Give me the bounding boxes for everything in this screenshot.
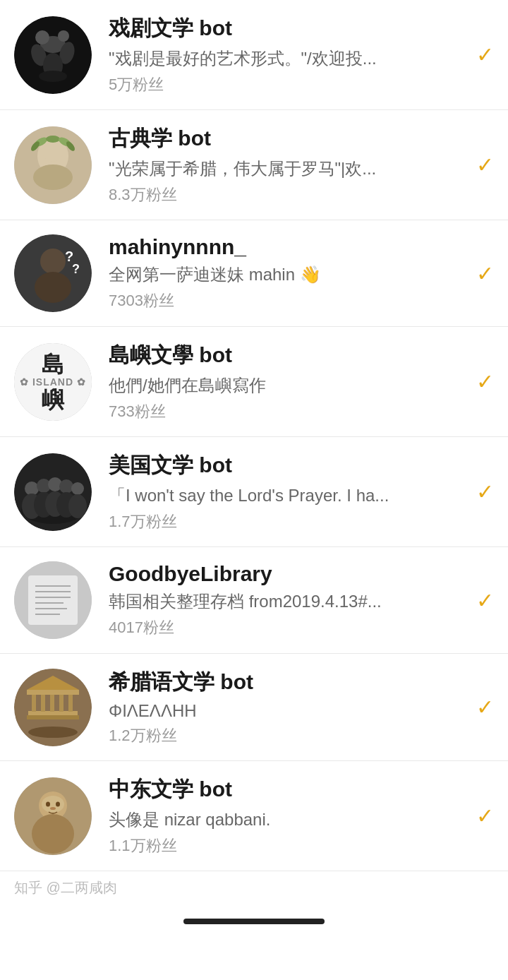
svg-text:?: ? [72, 262, 80, 276]
account-desc: ΦΙΛΕΛΛΗΗ [109, 701, 459, 721]
list-item-drama[interactable]: 戏剧文学 bot"戏剧是最好的艺术形式。"/欢迎投...5万粉丝✓ [0, 0, 508, 110]
item-content-classical: 古典学 bot"光荣属于希腊，伟大属于罗马"|欢...8.3万粉丝 [109, 124, 459, 205]
svg-rect-46 [50, 693, 54, 712]
follow-check-icon[interactable]: ✓ [466, 479, 494, 504]
account-desc: 他們/她們在島嶼寫作 [109, 374, 459, 397]
list-item-classical[interactable]: 古典学 bot"光荣属于希腊，伟大属于罗马"|欢...8.3万粉丝✓ [0, 110, 508, 220]
follow-check-icon[interactable]: ✓ [466, 42, 494, 67]
svg-point-33 [68, 494, 87, 518]
svg-point-27 [71, 482, 84, 495]
follow-check-icon[interactable]: ✓ [466, 588, 494, 613]
list-item-mahin[interactable]: ? ? mahinynnnn_全网第一萨迪迷妹 mahin 👋7303粉丝✓ [0, 220, 508, 327]
account-desc: 头像是 nizar qabbani. [109, 808, 459, 831]
svg-rect-49 [27, 690, 79, 695]
follow-check-icon[interactable]: ✓ [466, 153, 494, 177]
account-name: 美国文学 bot [109, 451, 459, 480]
svg-point-55 [32, 814, 74, 854]
item-content-mahin: mahinynnnn_全网第一萨迪迷妹 mahin 👋7303粉丝 [109, 235, 459, 311]
item-content-middleeast: 中东文学 bot头像是 nizar qabbani.1.1万粉丝 [109, 775, 459, 856]
follow-check-icon[interactable]: ✓ [466, 369, 494, 394]
list-item-american[interactable]: 美国文学 bot「I won't say the Lord's Prayer. … [0, 437, 508, 547]
svg-rect-45 [41, 693, 45, 712]
follow-check-icon[interactable]: ✓ [466, 261, 494, 286]
svg-rect-48 [68, 693, 73, 712]
svg-rect-44 [32, 693, 36, 712]
item-content-goodbye: GoodbyeLibrary韩国相关整理存档 from2019.4.13#...… [109, 562, 459, 638]
account-name: 古典学 bot [109, 124, 459, 153]
account-desc: "光荣属于希腊，伟大属于罗马"|欢... [109, 157, 459, 180]
account-desc: 「I won't say the Lord's Prayer. I ha... [109, 484, 459, 507]
account-fans: 5万粉丝 [109, 74, 459, 95]
avatar-drama [14, 16, 92, 94]
svg-rect-35 [28, 575, 78, 625]
svg-point-13 [46, 136, 60, 143]
avatar-goodbye [14, 561, 92, 639]
svg-point-7 [39, 71, 67, 82]
svg-point-26 [59, 479, 73, 494]
svg-point-52 [28, 727, 78, 738]
svg-point-18 [40, 249, 66, 274]
home-bar [183, 919, 325, 924]
svg-point-6 [58, 30, 69, 42]
svg-point-5 [35, 30, 49, 44]
account-fans: 4017粉丝 [109, 617, 459, 638]
account-name: 島嶼文學 bot [109, 341, 459, 370]
svg-point-11 [42, 141, 64, 162]
account-name: mahinynnnn_ [109, 235, 459, 259]
svg-point-59 [50, 807, 56, 810]
account-list: 戏剧文学 bot"戏剧是最好的艺术形式。"/欢迎投...5万粉丝✓ 古典学 bo… [0, 0, 508, 871]
follow-check-icon[interactable]: ✓ [466, 803, 494, 828]
account-name: 戏剧文学 bot [109, 14, 459, 43]
account-fans: 8.3万粉丝 [109, 184, 459, 205]
home-indicator [0, 909, 508, 930]
list-item-greek[interactable]: 希腊语文学 botΦΙΛΕΛΛΗΗ1.2万粉丝✓ [0, 654, 508, 761]
avatar-greek [14, 669, 92, 746]
account-desc: 韩国相关整理存档 from2019.4.13#... [109, 590, 459, 613]
svg-rect-47 [59, 693, 64, 712]
avatar-mahin: ? ? [14, 234, 92, 312]
avatar-classical [14, 126, 92, 204]
account-fans: 1.7万粉丝 [109, 511, 459, 532]
item-content-drama: 戏剧文学 bot"戏剧是最好的艺术形式。"/欢迎投...5万粉丝 [109, 14, 459, 95]
svg-point-57 [46, 801, 50, 806]
watermark: 知乎 @二两咸肉 [14, 878, 117, 897]
avatar-american [14, 453, 92, 531]
account-name: 希腊语文学 bot [109, 668, 459, 697]
avatar-island: 島 ✿ ISLAND ✿ 嶼 [14, 343, 92, 421]
list-item-middleeast[interactable]: 中东文学 bot头像是 nizar qabbani.1.1万粉丝✓ [0, 761, 508, 871]
account-desc: 全网第一萨迪迷妹 mahin 👋 [109, 263, 459, 286]
svg-point-10 [33, 165, 73, 190]
account-desc: "戏剧是最好的艺术形式。"/欢迎投... [109, 47, 459, 70]
svg-point-19 [35, 272, 71, 303]
bottom-bar: 知乎 @二两咸肉 [0, 871, 508, 909]
item-content-american: 美国文学 bot「I won't say the Lord's Prayer. … [109, 451, 459, 532]
account-name: 中东文学 bot [109, 775, 459, 804]
svg-point-56 [42, 796, 64, 813]
item-content-island: 島嶼文學 bot他們/她們在島嶼寫作733粉丝 [109, 341, 459, 422]
island-avatar-text: 島 ✿ ISLAND ✿ 嶼 [14, 343, 92, 421]
account-fans: 733粉丝 [109, 401, 459, 422]
item-content-greek: 希腊语文学 botΦΙΛΕΛΛΗΗ1.2万粉丝 [109, 668, 459, 746]
svg-rect-51 [27, 715, 79, 719]
svg-point-58 [56, 801, 60, 806]
account-fans: 7303粉丝 [109, 290, 459, 311]
list-item-island[interactable]: 島 ✿ ISLAND ✿ 嶼 島嶼文學 bot他們/她們在島嶼寫作733粉丝✓ [0, 327, 508, 437]
avatar-middleeast [14, 777, 92, 855]
account-name: GoodbyeLibrary [109, 562, 459, 586]
account-fans: 1.1万粉丝 [109, 835, 459, 856]
list-item-goodbye[interactable]: GoodbyeLibrary韩国相关整理存档 from2019.4.13#...… [0, 547, 508, 654]
account-fans: 1.2万粉丝 [109, 725, 459, 746]
follow-check-icon[interactable]: ✓ [466, 695, 494, 719]
